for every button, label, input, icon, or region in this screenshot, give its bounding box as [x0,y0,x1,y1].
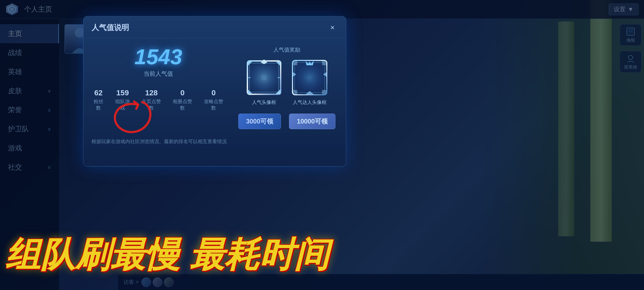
modal-header: 人气值说明 × [83,16,346,38]
modal-title: 人气值说明 [92,23,129,33]
annotation-arrow [105,91,158,145]
svg-rect-25 [293,90,297,94]
rewards-title: 人气值奖励 [273,46,300,53]
reward-frame-2 [291,59,328,96]
claim-button-10000[interactable]: 10000可领 [289,114,335,129]
svg-rect-26 [322,90,326,94]
reward-1-label: 人气头像框 [252,99,276,106]
stat-album-label: 相册点赞数 [171,98,194,111]
reward-item-2: 人气达人头像框 [291,59,328,106]
reward-frame-1 [245,59,283,96]
stat-guide-likes: 0 攻略点赞数 [202,89,225,111]
stat-fans: 62 粉丝数 [92,89,105,111]
current-value-section: 1543 当前人气值 [92,46,225,78]
stat-album-likes: 0 相册点赞数 [171,89,194,111]
claim-button-3000[interactable]: 3000可领 [238,114,281,129]
claim-buttons: 3000可领 10000可领 [238,114,335,129]
popularity-label: 当前人气值 [92,70,225,78]
avatar-frame-icon [245,59,283,96]
stat-guide-value: 0 [202,89,225,97]
overlay-text-container: 组队刷最慢 最耗时间 [0,235,402,274]
modal-close-button[interactable]: × [327,22,338,33]
popularity-value: 1543 [92,46,225,68]
stat-guide-label: 攻略点赞数 [202,98,225,111]
rewards-row: 人气头像框 [245,59,328,106]
reward-2-label: 人气达人头像框 [293,99,327,106]
stat-fans-value: 62 [92,89,105,97]
svg-rect-24 [322,61,326,65]
modal-right: 人气值奖励 [236,46,338,129]
stat-album-value: 0 [171,89,194,97]
overlay-text: 组队刷最慢 最耗时间 [5,235,397,274]
svg-rect-23 [293,61,297,65]
svg-rect-9 [245,59,283,96]
avatar-frame-vip-icon [291,59,328,96]
reward-item-1: 人气头像框 [245,59,283,106]
stat-fans-label: 粉丝数 [92,98,105,111]
